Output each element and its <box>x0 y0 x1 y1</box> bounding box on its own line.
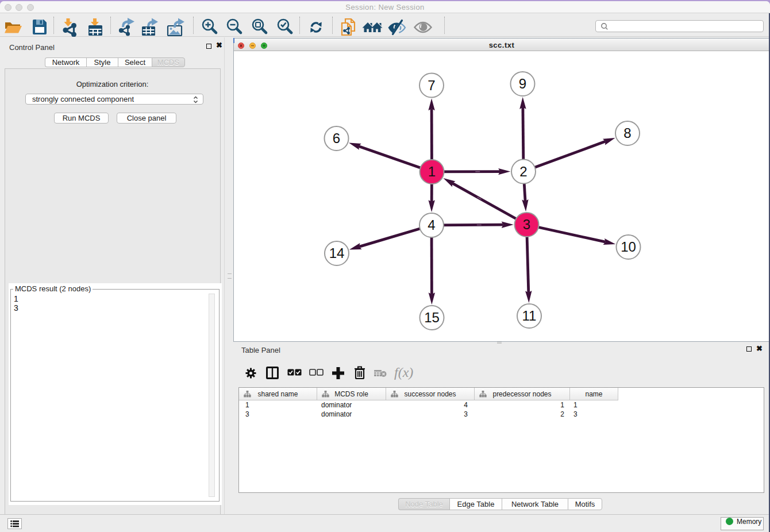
svg-text:2: 2 <box>519 164 527 179</box>
svg-text:4: 4 <box>428 217 435 233</box>
svg-text:9: 9 <box>519 76 526 91</box>
svg-text:1: 1 <box>428 164 436 179</box>
svg-text:15: 15 <box>424 310 440 325</box>
svg-text:3: 3 <box>523 217 530 232</box>
svg-text:6: 6 <box>333 130 340 146</box>
svg-text:14: 14 <box>329 245 345 261</box>
svg-text:8: 8 <box>623 125 631 141</box>
svg-text:11: 11 <box>522 308 537 323</box>
svg-text:7: 7 <box>428 78 435 93</box>
svg-text:10: 10 <box>621 239 636 255</box>
